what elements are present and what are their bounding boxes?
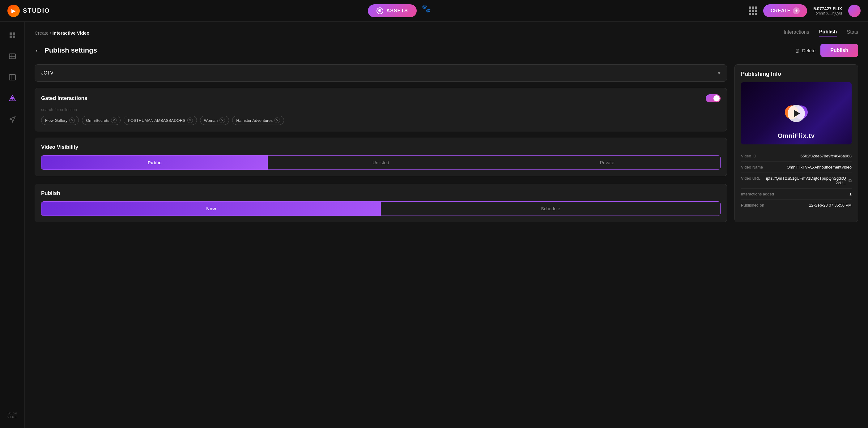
svg-rect-0 <box>9 32 12 35</box>
info-row-video-name: Video Name OmniFlixTV-v1-AnnouncementVid… <box>741 162 851 173</box>
tab-publish[interactable]: Publish <box>819 29 837 36</box>
tag-omnisecrets: OmniSecrets × <box>82 116 121 125</box>
collection-search-placeholder: search for collection <box>41 107 720 112</box>
sidebar-item-library[interactable] <box>5 70 20 85</box>
pub-tab-now[interactable]: Now <box>41 202 381 216</box>
info-row-video-id: Video ID 6502f82ee678e9fc4646a968 <box>741 151 851 162</box>
dropdown-value: JCTV <box>41 70 54 76</box>
sidebar-item-interactive[interactable] <box>5 91 20 106</box>
copy-url-icon[interactable]: ⧉ <box>848 178 851 183</box>
tab-stats[interactable]: Stats <box>847 29 858 36</box>
tag-hamster: Hamster Adventures × <box>232 116 284 125</box>
tag-hamster-label: Hamster Adventures <box>236 118 273 123</box>
tag-flow-gallery-remove[interactable]: × <box>69 118 75 123</box>
breadcrumb: Create / Interactive Video <box>35 30 89 36</box>
video-id-value: 6502f82ee678e9fc4646a968 <box>800 154 851 158</box>
tag-posthuman-label: POSTHUMAN AMBASSADORS <box>128 118 185 123</box>
publishing-info-panel: Publishing Info OmniFlix.tv <box>735 64 858 222</box>
vis-tab-public[interactable]: Public <box>41 156 268 170</box>
section-header: ← Publish settings 🗑 Delete Publish <box>35 44 858 57</box>
nav-right: CREATE + 5.077427 FLIX omniflix....nj6yu… <box>749 4 861 17</box>
info-row-video-url: Video URL ipfs://QmTtcu51gUFmV1DsjtcTpup… <box>741 173 851 189</box>
two-col-layout: JCTV ▾ Gated Interactions search for col… <box>35 64 858 222</box>
gated-toggle[interactable] <box>706 94 720 102</box>
channel-dropdown[interactable]: JCTV ▾ <box>35 64 727 82</box>
tag-omnisecrets-label: OmniSecrets <box>86 118 109 123</box>
page-header: Create / Interactive Video Interactions … <box>35 29 858 36</box>
breadcrumb-current: Interactive Video <box>53 30 90 36</box>
sidebar-bottom: Studio v1.0.1 <box>7 411 17 422</box>
visibility-title: Video Visibility <box>41 144 720 150</box>
visibility-tabs: Public Unlisted Private <box>41 155 720 170</box>
flix-balance: 5.077427 FLIX omniflix....nj6yul <box>813 6 842 16</box>
sidebar-item-campaigns[interactable] <box>5 112 20 127</box>
interactions-value: 1 <box>849 192 851 196</box>
svg-rect-7 <box>9 74 16 80</box>
studio-label: Studio <box>7 411 17 415</box>
logo-text: STUDIO <box>23 7 50 14</box>
pub-tab-schedule[interactable]: Schedule <box>381 202 720 216</box>
video-url-label: Video URL <box>741 176 761 181</box>
grid-icon[interactable] <box>749 6 757 15</box>
flix-amount: 5.077427 FLIX <box>813 6 842 11</box>
gated-title-row: Gated Interactions <box>41 94 720 102</box>
tab-interactions[interactable]: Interactions <box>784 29 809 36</box>
assets-label: ASSETS <box>386 8 408 13</box>
vis-tab-private[interactable]: Private <box>494 156 720 170</box>
assets-button[interactable]: ⚙ ASSETS <box>368 4 417 17</box>
sidebar-item-dashboard[interactable] <box>5 28 20 43</box>
tag-omnisecrets-remove[interactable]: × <box>111 118 117 123</box>
trash-icon: 🗑 <box>795 48 800 53</box>
tag-hamster-remove[interactable]: × <box>275 118 280 123</box>
breadcrumb-create[interactable]: Create <box>35 30 49 36</box>
publish-timing-title: Publish <box>41 190 720 196</box>
left-panel: JCTV ▾ Gated Interactions search for col… <box>35 64 727 222</box>
chevron-down-icon: ▾ <box>718 69 720 77</box>
vis-tab-unlisted[interactable]: Unlisted <box>268 156 494 170</box>
video-visibility-card: Video Visibility Public Unlisted Private <box>35 137 727 176</box>
info-row-published: Published on 12-Sep-23 07:35:56 PM <box>741 200 851 211</box>
section-actions: 🗑 Delete Publish <box>795 44 858 57</box>
logo-icon: ▶ <box>7 5 20 17</box>
tag-flow-gallery-label: Flow Gallery <box>45 118 67 123</box>
page-title: Publish settings <box>44 47 97 55</box>
omniflix-text-logo: OmniFlix.tv <box>778 132 815 140</box>
svg-rect-2 <box>9 36 12 38</box>
video-thumbnail: OmniFlix.tv <box>741 82 851 145</box>
gear-icon: ⚙ <box>376 7 383 14</box>
sidebar-item-media[interactable] <box>5 49 20 64</box>
page-tabs: Interactions Publish Stats <box>784 29 858 36</box>
create-label: CREATE <box>771 8 791 13</box>
publish-button[interactable]: Publish <box>820 44 858 57</box>
logo[interactable]: ▶ STUDIO <box>7 5 50 17</box>
delete-button[interactable]: 🗑 Delete <box>795 48 815 53</box>
interactions-label: Interactions added <box>741 192 774 196</box>
main-content: Create / Interactive Video Interactions … <box>25 22 868 428</box>
published-label: Published on <box>741 203 764 208</box>
studio-version: v1.0.1 <box>7 415 17 419</box>
svg-rect-3 <box>13 36 15 38</box>
tag-woman-label: Woman <box>204 118 218 123</box>
video-url-value: ipfs://QmTtcu51gUFmV1DsjtcTpupQnSgdxQ2kU… <box>764 176 851 185</box>
create-button[interactable]: CREATE + <box>763 4 807 17</box>
play-triangle-icon <box>794 110 800 117</box>
avatar[interactable] <box>848 5 861 17</box>
paw-icon[interactable]: 🐾 <box>422 4 431 17</box>
tag-woman-remove[interactable]: × <box>219 118 225 123</box>
svg-rect-1 <box>13 32 15 35</box>
delete-label: Delete <box>802 48 815 53</box>
publishing-info-title: Publishing Info <box>741 71 851 77</box>
create-plus-icon: + <box>793 7 800 14</box>
video-name-value: OmniFlixTV-v1-AnnouncementVideo <box>787 165 851 170</box>
tag-posthuman: POSTHUMAN AMBASSADORS × <box>124 116 196 125</box>
flix-addr: omniflix....nj6yul <box>813 11 842 16</box>
tags-row: Flow Gallery × OmniSecrets × POSTHUMAN A… <box>41 116 720 125</box>
play-button-overlay[interactable] <box>787 105 805 122</box>
tag-posthuman-remove[interactable]: × <box>187 118 193 123</box>
gated-title: Gated Interactions <box>41 95 87 101</box>
video-id-label: Video ID <box>741 154 756 158</box>
publish-timing-tabs: Now Schedule <box>41 201 720 216</box>
tag-flow-gallery: Flow Gallery × <box>41 116 79 125</box>
gated-interactions-card: Gated Interactions search for collection… <box>35 88 727 131</box>
back-arrow[interactable]: ← <box>35 47 41 54</box>
